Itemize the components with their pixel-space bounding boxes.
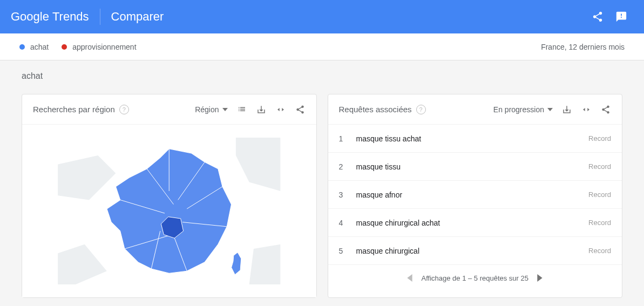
- legend-dot-red: [62, 44, 67, 50]
- query-row[interactable]: 5 masque chirurgical Record: [328, 237, 622, 265]
- region-dropdown-label: Région: [195, 105, 219, 114]
- query-list: 1 masque tissu achat Record 2 masque tis…: [328, 125, 622, 265]
- legend-label: achat: [30, 43, 49, 51]
- compare-bar: achat approvisionnement France, 12 derni…: [0, 33, 644, 60]
- query-value: Record: [588, 134, 611, 142]
- prev-page-icon[interactable]: [407, 274, 412, 282]
- logo[interactable]: Google Trends: [11, 10, 89, 24]
- app-header: Google Trends Comparer: [0, 0, 644, 33]
- query-text: masque tissu achat: [352, 134, 589, 143]
- query-row[interactable]: 2 masque tissu Record: [328, 153, 622, 181]
- compare-meta: France, 12 derniers mois: [541, 43, 625, 51]
- pagination-text: Affichage de 1 – 5 requêtes sur 25: [421, 274, 528, 282]
- query-value: Record: [588, 219, 611, 227]
- region-title-text: Recherches par région: [33, 105, 115, 114]
- download-icon[interactable]: [256, 104, 267, 115]
- query-text: masque afnor: [352, 191, 589, 199]
- legend-label: approvisionnement: [72, 43, 136, 51]
- france-map[interactable]: [22, 125, 316, 297]
- queries-dropdown[interactable]: En progression: [493, 105, 553, 114]
- query-row[interactable]: 1 masque tissu achat Record: [328, 125, 622, 153]
- cards-row: Recherches par région ? Région: [0, 85, 644, 306]
- queries-card-header: Requêtes associées ? En progression: [328, 94, 622, 125]
- region-card-title: Recherches par région ?: [33, 105, 129, 114]
- query-text: masque chirurgical: [352, 247, 589, 255]
- legend-dot-blue: [19, 44, 25, 50]
- next-page-icon[interactable]: [537, 274, 543, 282]
- queries-dropdown-label: En progression: [493, 105, 544, 114]
- region-card: Recherches par région ? Région: [22, 94, 317, 298]
- query-row[interactable]: 3 masque afnor Record: [328, 181, 622, 209]
- chevron-down-icon: [222, 108, 228, 111]
- help-icon[interactable]: ?: [416, 105, 426, 114]
- region-dropdown[interactable]: Région: [195, 105, 227, 114]
- section-title: achat: [0, 60, 644, 85]
- query-rank: 5: [339, 247, 352, 255]
- queries-title-text: Requêtes associées: [339, 105, 412, 114]
- pagination: Affichage de 1 – 5 requêtes sur 25: [328, 265, 622, 291]
- queries-card: Requêtes associées ? En progression: [328, 94, 623, 298]
- query-text: masque chirurgical achat: [352, 219, 589, 227]
- page-title: Comparer: [111, 10, 164, 24]
- legend-item-approvisionnement[interactable]: approvisionnement: [62, 43, 136, 51]
- embed-icon[interactable]: [581, 104, 592, 115]
- query-value: Record: [588, 247, 611, 255]
- query-value: Record: [588, 191, 611, 199]
- query-rank: 3: [339, 191, 352, 199]
- query-rank: 4: [339, 219, 352, 227]
- feedback-icon[interactable]: [609, 5, 633, 29]
- query-value: Record: [588, 162, 611, 171]
- query-text: masque tissu: [352, 162, 589, 171]
- logo-trends: Trends: [52, 10, 89, 24]
- download-icon[interactable]: [561, 104, 572, 115]
- embed-icon[interactable]: [275, 104, 286, 115]
- share-icon[interactable]: [600, 104, 611, 115]
- logo-google: Google: [11, 10, 49, 24]
- help-icon[interactable]: ?: [119, 105, 129, 114]
- list-view-icon[interactable]: [236, 104, 247, 115]
- chevron-down-icon: [547, 108, 553, 111]
- region-card-header: Recherches par région ? Région: [22, 94, 316, 125]
- query-rank: 2: [339, 162, 352, 171]
- legend-item-achat[interactable]: achat: [19, 43, 49, 51]
- query-rank: 1: [339, 134, 352, 143]
- share-icon[interactable]: [295, 104, 306, 115]
- header-divider: [100, 9, 100, 25]
- share-icon[interactable]: [586, 5, 609, 29]
- query-row[interactable]: 4 masque chirurgical achat Record: [328, 209, 622, 237]
- queries-card-title: Requêtes associées ?: [339, 105, 426, 114]
